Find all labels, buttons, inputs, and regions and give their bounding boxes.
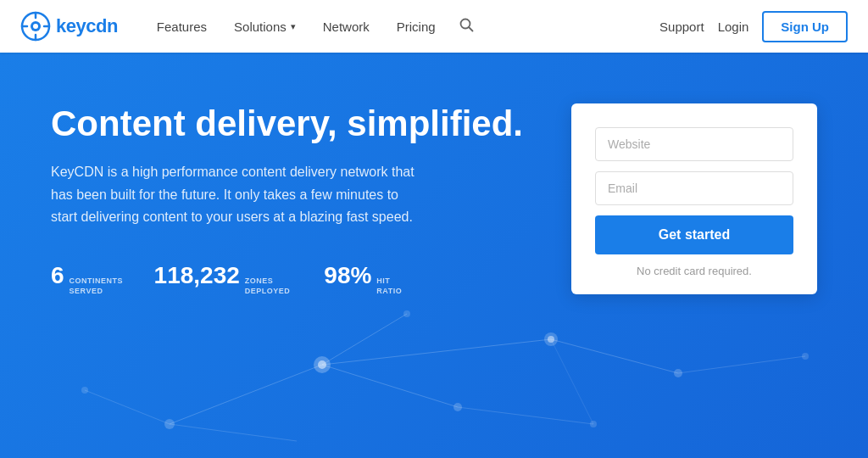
nav-solutions[interactable]: Solutions ▾ — [222, 13, 308, 41]
hero-stats: 6 CONTINENTSSERVED 118,232 ZONESDEPLOYED… — [51, 262, 526, 296]
stat-continents-label: CONTINENTSSERVED — [70, 276, 120, 296]
nav-support[interactable]: Support — [659, 20, 704, 34]
stat-zones-number: 118,232 — [154, 262, 240, 289]
stat-zones-label: ZONESDEPLOYED — [245, 276, 291, 296]
svg-point-28 — [81, 387, 88, 394]
nav-network[interactable]: Network — [311, 13, 381, 41]
network-background — [0, 288, 868, 458]
svg-line-13 — [551, 339, 678, 373]
svg-point-27 — [590, 421, 597, 427]
hero-description: KeyCDN is a high performance content del… — [51, 161, 424, 228]
hero-content: Content delivery, simplified. KeyCDN is … — [51, 103, 817, 297]
svg-point-23 — [164, 419, 175, 429]
nav-pricing[interactable]: Pricing — [385, 13, 448, 41]
logo-icon — [20, 11, 51, 42]
svg-line-10 — [322, 365, 458, 407]
signup-form: Get started No credit card required. — [571, 103, 817, 294]
nav-links: Features Solutions ▾ Network Pricing — [145, 11, 659, 42]
logo[interactable]: keycdn — [20, 11, 118, 42]
stat-zones: 118,232 ZONESDEPLOYED — [154, 262, 291, 296]
stat-continents-number: 6 — [51, 262, 64, 289]
svg-line-18 — [551, 339, 593, 424]
svg-line-17 — [678, 356, 805, 373]
nav-features[interactable]: Features — [145, 13, 219, 41]
nav-login[interactable]: Login — [718, 20, 749, 34]
svg-line-8 — [469, 27, 473, 31]
svg-point-2 — [33, 24, 38, 29]
get-started-button[interactable]: Get started — [595, 215, 793, 254]
chevron-down-icon: ▾ — [291, 21, 296, 32]
stat-hit-ratio: 98% HITRATIO — [324, 262, 402, 296]
svg-line-12 — [322, 339, 551, 365]
svg-line-15 — [85, 390, 170, 424]
svg-line-14 — [458, 407, 593, 424]
logo-text: keycdn — [56, 15, 118, 37]
email-input[interactable] — [595, 171, 793, 205]
svg-line-9 — [170, 365, 322, 424]
svg-line-16 — [170, 424, 297, 441]
search-icon[interactable] — [451, 11, 482, 42]
svg-point-24 — [453, 403, 462, 411]
svg-point-20 — [318, 360, 326, 369]
hero-left: Content delivery, simplified. KeyCDN is … — [51, 103, 526, 297]
nav-right: Support Login Sign Up — [659, 11, 848, 42]
hero-title: Content delivery, simplified. — [51, 103, 526, 144]
stat-hit-ratio-number: 98% — [324, 262, 371, 289]
website-input[interactable] — [595, 127, 793, 161]
svg-point-22 — [548, 336, 554, 343]
navbar: keycdn Features Solutions ▾ Network Pric… — [0, 0, 868, 53]
signup-button[interactable]: Sign Up — [762, 11, 848, 42]
stat-hit-ratio-label: HITRATIO — [376, 276, 402, 296]
stat-continents: 6 CONTINENTSSERVED — [51, 262, 120, 296]
form-note: No credit card required. — [595, 265, 793, 277]
hero-section: Content delivery, simplified. KeyCDN is … — [0, 53, 868, 458]
svg-point-25 — [674, 369, 682, 377]
svg-point-29 — [802, 353, 809, 360]
svg-point-26 — [403, 310, 410, 317]
